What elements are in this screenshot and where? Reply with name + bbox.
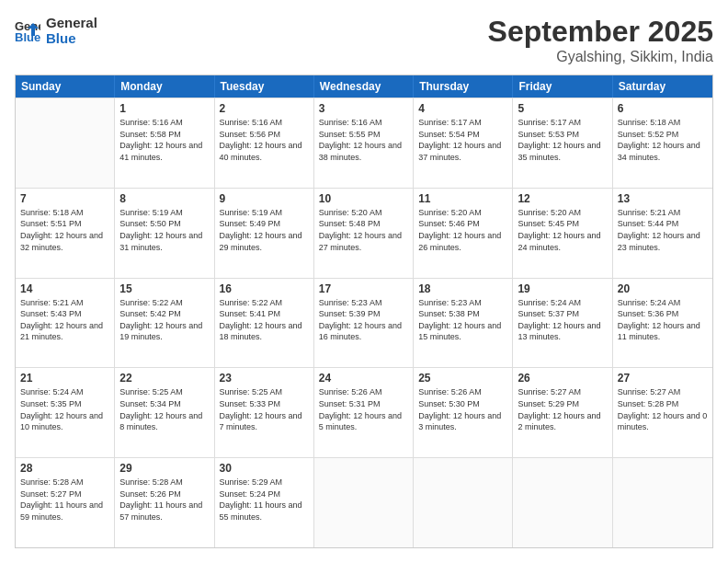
title-block: September 2025 Gyalshing, Sikkim, India <box>488 15 713 65</box>
day-number: 29 <box>119 462 209 475</box>
calendar: SundayMondayTuesdayWednesdayThursdayFrid… <box>15 75 713 548</box>
day-number: 16 <box>220 282 309 295</box>
day-number: 6 <box>618 102 708 115</box>
day-number: 26 <box>518 372 607 385</box>
cell-info: Sunrise: 5:24 AM Sunset: 5:37 PM Dayligh… <box>518 297 607 343</box>
cell-info: Sunrise: 5:25 AM Sunset: 5:33 PM Dayligh… <box>220 386 309 432</box>
day-number: 19 <box>518 282 607 295</box>
cell-info: Sunrise: 5:27 AM Sunset: 5:29 PM Dayligh… <box>518 386 607 432</box>
day-number: 10 <box>319 192 408 205</box>
day-number: 15 <box>119 282 209 295</box>
day-number: 21 <box>20 372 109 385</box>
calendar-cell: 26Sunrise: 5:27 AM Sunset: 5:29 PM Dayli… <box>513 368 612 457</box>
calendar-cell: 12Sunrise: 5:20 AM Sunset: 5:45 PM Dayli… <box>513 189 612 278</box>
calendar-cell: 19Sunrise: 5:24 AM Sunset: 5:37 PM Dayli… <box>513 279 612 368</box>
cell-info: Sunrise: 5:17 AM Sunset: 5:54 PM Dayligh… <box>418 117 507 163</box>
day-number: 8 <box>119 192 209 205</box>
day-number: 2 <box>220 102 309 115</box>
cell-info: Sunrise: 5:23 AM Sunset: 5:39 PM Dayligh… <box>319 297 408 343</box>
day-number: 3 <box>319 102 408 115</box>
calendar-row: 14Sunrise: 5:21 AM Sunset: 5:43 PM Dayli… <box>16 278 712 368</box>
calendar-header: SundayMondayTuesdayWednesdayThursdayFrid… <box>16 75 712 98</box>
calendar-cell: 29Sunrise: 5:28 AM Sunset: 5:26 PM Dayli… <box>115 458 214 547</box>
day-number: 27 <box>618 372 708 385</box>
cell-info: Sunrise: 5:27 AM Sunset: 5:28 PM Dayligh… <box>618 386 708 432</box>
day-number: 20 <box>618 282 708 295</box>
calendar-cell: 4Sunrise: 5:17 AM Sunset: 5:54 PM Daylig… <box>414 98 513 188</box>
logo: General Blue General Blue <box>15 15 97 46</box>
calendar-cell: 7Sunrise: 5:18 AM Sunset: 5:51 PM Daylig… <box>16 189 115 278</box>
cell-info: Sunrise: 5:22 AM Sunset: 5:42 PM Dayligh… <box>119 297 209 343</box>
cell-info: Sunrise: 5:24 AM Sunset: 5:35 PM Dayligh… <box>20 386 109 432</box>
calendar-cell: 6Sunrise: 5:18 AM Sunset: 5:52 PM Daylig… <box>613 98 712 188</box>
calendar-cell: 2Sunrise: 5:16 AM Sunset: 5:56 PM Daylig… <box>215 98 314 188</box>
calendar-cell: 15Sunrise: 5:22 AM Sunset: 5:42 PM Dayli… <box>115 279 214 368</box>
weekday-header: Saturday <box>613 75 712 98</box>
calendar-cell: 9Sunrise: 5:19 AM Sunset: 5:49 PM Daylig… <box>215 189 314 278</box>
cell-info: Sunrise: 5:20 AM Sunset: 5:48 PM Dayligh… <box>319 207 408 253</box>
calendar-cell: 14Sunrise: 5:21 AM Sunset: 5:43 PM Dayli… <box>16 279 115 368</box>
day-number: 9 <box>220 192 309 205</box>
calendar-cell: 22Sunrise: 5:25 AM Sunset: 5:34 PM Dayli… <box>115 368 214 457</box>
logo-general: General <box>46 15 97 30</box>
calendar-cell <box>314 458 414 547</box>
calendar-cell: 11Sunrise: 5:20 AM Sunset: 5:46 PM Dayli… <box>414 189 513 278</box>
cell-info: Sunrise: 5:21 AM Sunset: 5:43 PM Dayligh… <box>20 297 109 343</box>
weekday-header: Thursday <box>414 75 513 98</box>
calendar-cell: 30Sunrise: 5:29 AM Sunset: 5:24 PM Dayli… <box>215 458 314 547</box>
logo-icon: General Blue <box>15 17 40 43</box>
cell-info: Sunrise: 5:26 AM Sunset: 5:30 PM Dayligh… <box>418 386 507 432</box>
day-number: 17 <box>319 282 408 295</box>
calendar-cell: 8Sunrise: 5:19 AM Sunset: 5:50 PM Daylig… <box>115 189 214 278</box>
weekday-header: Monday <box>115 75 214 98</box>
calendar-cell <box>414 458 513 547</box>
weekday-header: Sunday <box>16 75 115 98</box>
calendar-row: 7Sunrise: 5:18 AM Sunset: 5:51 PM Daylig… <box>16 188 712 278</box>
day-number: 7 <box>20 192 109 205</box>
calendar-cell: 1Sunrise: 5:16 AM Sunset: 5:58 PM Daylig… <box>115 98 214 188</box>
calendar-cell: 13Sunrise: 5:21 AM Sunset: 5:44 PM Dayli… <box>613 189 712 278</box>
calendar-cell: 16Sunrise: 5:22 AM Sunset: 5:41 PM Dayli… <box>215 279 314 368</box>
page: General Blue General Blue September 2025… <box>0 0 728 563</box>
header: General Blue General Blue September 2025… <box>15 15 713 65</box>
day-number: 22 <box>119 372 209 385</box>
cell-info: Sunrise: 5:17 AM Sunset: 5:53 PM Dayligh… <box>518 117 607 163</box>
cell-info: Sunrise: 5:16 AM Sunset: 5:58 PM Dayligh… <box>119 117 209 163</box>
calendar-cell <box>613 458 712 547</box>
day-number: 4 <box>418 102 507 115</box>
month-title: September 2025 <box>488 15 713 49</box>
day-number: 24 <box>319 372 408 385</box>
cell-info: Sunrise: 5:23 AM Sunset: 5:38 PM Dayligh… <box>418 297 507 343</box>
day-number: 13 <box>618 192 708 205</box>
cell-info: Sunrise: 5:19 AM Sunset: 5:49 PM Dayligh… <box>220 207 309 253</box>
cell-info: Sunrise: 5:20 AM Sunset: 5:45 PM Dayligh… <box>518 207 607 253</box>
cell-info: Sunrise: 5:20 AM Sunset: 5:46 PM Dayligh… <box>418 207 507 253</box>
calendar-row: 21Sunrise: 5:24 AM Sunset: 5:35 PM Dayli… <box>16 367 712 457</box>
day-number: 12 <box>518 192 607 205</box>
cell-info: Sunrise: 5:28 AM Sunset: 5:27 PM Dayligh… <box>20 477 109 523</box>
calendar-cell <box>16 98 115 188</box>
calendar-cell: 25Sunrise: 5:26 AM Sunset: 5:30 PM Dayli… <box>414 368 513 457</box>
cell-info: Sunrise: 5:29 AM Sunset: 5:24 PM Dayligh… <box>220 477 309 523</box>
calendar-cell <box>513 458 612 547</box>
day-number: 14 <box>20 282 109 295</box>
day-number: 28 <box>20 462 109 475</box>
cell-info: Sunrise: 5:25 AM Sunset: 5:34 PM Dayligh… <box>119 386 209 432</box>
cell-info: Sunrise: 5:21 AM Sunset: 5:44 PM Dayligh… <box>618 207 708 253</box>
calendar-cell: 10Sunrise: 5:20 AM Sunset: 5:48 PM Dayli… <box>314 189 414 278</box>
weekday-header: Wednesday <box>314 75 414 98</box>
cell-info: Sunrise: 5:16 AM Sunset: 5:55 PM Dayligh… <box>319 117 408 163</box>
calendar-cell: 20Sunrise: 5:24 AM Sunset: 5:36 PM Dayli… <box>613 279 712 368</box>
cell-info: Sunrise: 5:22 AM Sunset: 5:41 PM Dayligh… <box>220 297 309 343</box>
calendar-cell: 21Sunrise: 5:24 AM Sunset: 5:35 PM Dayli… <box>16 368 115 457</box>
calendar-row: 28Sunrise: 5:28 AM Sunset: 5:27 PM Dayli… <box>16 457 712 547</box>
day-number: 11 <box>418 192 507 205</box>
svg-text:Blue: Blue <box>15 30 40 43</box>
calendar-cell: 24Sunrise: 5:26 AM Sunset: 5:31 PM Dayli… <box>314 368 414 457</box>
day-number: 1 <box>119 102 209 115</box>
cell-info: Sunrise: 5:19 AM Sunset: 5:50 PM Dayligh… <box>119 207 209 253</box>
day-number: 5 <box>518 102 607 115</box>
calendar-cell: 28Sunrise: 5:28 AM Sunset: 5:27 PM Dayli… <box>16 458 115 547</box>
cell-info: Sunrise: 5:28 AM Sunset: 5:26 PM Dayligh… <box>119 477 209 523</box>
weekday-header: Tuesday <box>215 75 314 98</box>
